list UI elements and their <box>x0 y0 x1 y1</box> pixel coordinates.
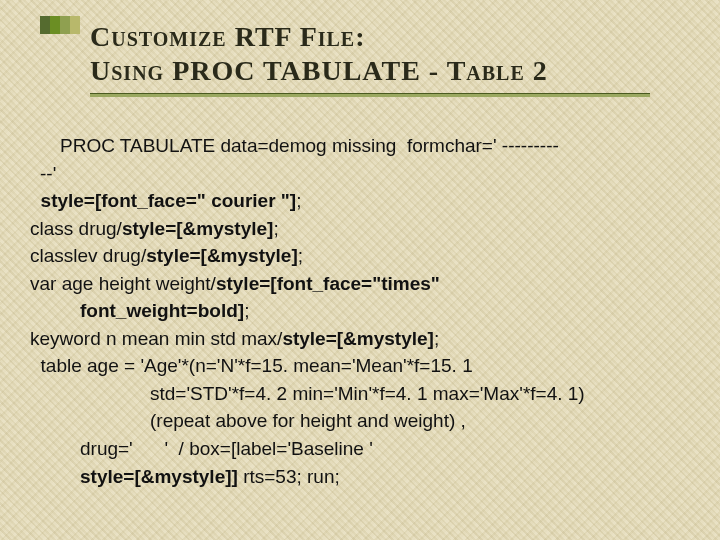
code-line-5c: font_weight=bold] <box>80 300 244 321</box>
title-block: Customize RTF File: Using PROC TABULATE … <box>90 20 690 97</box>
slide: Customize RTF File: Using PROC TABULATE … <box>0 0 720 540</box>
code-line-10: drug=' ' / box=[label='Baseline ' <box>80 438 373 459</box>
code-line-8: std='STD'*f=4. 2 min='Min'*f=4. 1 max='M… <box>150 383 585 404</box>
code-line-5b: style=[font_face="times" <box>216 273 440 294</box>
code-line-2a: style=[font_face=" courier "] <box>30 190 296 211</box>
code-content: PROC TABULATE data=demog missing formcha… <box>30 132 700 490</box>
swatch-3 <box>60 16 70 34</box>
code-line-3c: ; <box>273 218 278 239</box>
code-line-3b: style=[&mystyle] <box>122 218 274 239</box>
code-line-2b: ; <box>296 190 301 211</box>
slide-title-line2: Using PROC TABULATE - Table 2 <box>90 54 690 88</box>
code-line-1b: --' <box>40 163 56 184</box>
code-line-5d: ; <box>244 300 249 321</box>
swatch-4 <box>70 16 80 34</box>
accent-swatch <box>40 16 80 34</box>
code-line-6b: style=[&mystyle] <box>282 328 434 349</box>
title-underline <box>90 93 650 97</box>
code-line-4a: classlev drug/ <box>30 245 146 266</box>
code-line-4c: ; <box>298 245 303 266</box>
code-line-7: table age = 'Age'*(n='N'*f=15. mean='Mea… <box>30 355 473 376</box>
code-line-9: (repeat above for height and weight) , <box>150 410 466 431</box>
code-line-3a: class drug/ <box>30 218 122 239</box>
code-line-11b: rts=53; run; <box>238 466 340 487</box>
swatch-2 <box>50 16 60 34</box>
code-line-1a: PROC TABULATE data=demog missing formcha… <box>60 135 559 156</box>
code-line-5a: var age height weight/ <box>30 273 216 294</box>
swatch-1 <box>40 16 50 34</box>
slide-title-line1: Customize RTF File: <box>90 20 690 54</box>
code-line-4b: style=[&mystyle] <box>146 245 298 266</box>
code-line-11a: style=[&mystyle]] <box>80 466 238 487</box>
code-line-6c: ; <box>434 328 439 349</box>
code-line-6a: keyword n mean min std max/ <box>30 328 282 349</box>
